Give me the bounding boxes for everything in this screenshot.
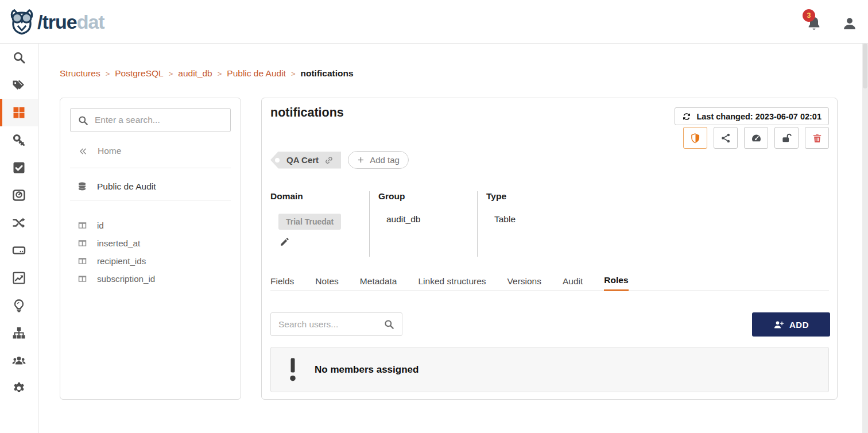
empty-members-alert: No members assigned	[270, 347, 829, 392]
nav-back-home[interactable]: Home	[78, 144, 121, 158]
search-icon	[383, 319, 394, 330]
profile-button[interactable]	[744, 127, 768, 149]
field-list-item[interactable]: recipient_ids	[78, 252, 235, 270]
last-changed-label: Last changed: 2023-06-07 02:01	[696, 112, 822, 121]
breadcrumb-link-schema[interactable]: Public de Audit	[227, 68, 286, 79]
field-list-item[interactable]: subscription_id	[78, 270, 235, 288]
group-value: audit_db	[386, 214, 420, 225]
tab-notes[interactable]: Notes	[315, 271, 339, 291]
shield-icon	[690, 133, 701, 144]
sidebar-item-shuffle[interactable]	[0, 209, 38, 237]
tag-row: QA Cert Add tag	[270, 151, 409, 169]
divider	[70, 168, 231, 168]
breadcrumb-separator: >	[291, 69, 296, 78]
field-label: inserted_at	[97, 238, 140, 248]
sidebar-item-charts[interactable]	[0, 264, 38, 292]
table-columns-icon	[78, 256, 87, 266]
tab-roles[interactable]: Roles	[604, 271, 628, 291]
tab-audit[interactable]: Audit	[563, 271, 583, 291]
scrollbar-thumb[interactable]	[863, 44, 867, 88]
group-label: Group	[378, 191, 420, 202]
page-scrollbar[interactable]	[862, 44, 868, 433]
breadcrumb-separator: >	[169, 69, 173, 78]
sidebar-item-structures[interactable]	[0, 99, 38, 126]
sidebar-item-tags[interactable]	[0, 71, 38, 99]
check-square-icon	[12, 161, 26, 175]
table-columns-icon	[78, 221, 87, 230]
breadcrumb-separator: >	[106, 69, 110, 78]
tab-metadata[interactable]: Metadata	[360, 271, 397, 291]
user-icon	[842, 16, 858, 32]
breadcrumb-link-system[interactable]: PostgreSQL	[115, 68, 163, 79]
tab-fields[interactable]: Fields	[270, 271, 294, 291]
structure-detail-panel: notifications Last changed: 2023-06-07 0…	[261, 98, 838, 400]
breadcrumb: Structures > PostgreSQL > audit_db > Pub…	[60, 68, 354, 79]
search-icon	[78, 115, 88, 126]
unlock-button[interactable]	[774, 127, 799, 149]
sidebar-item-scale[interactable]	[0, 181, 38, 209]
field-label: recipient_ids	[97, 256, 146, 266]
share-button[interactable]	[714, 127, 738, 149]
breadcrumb-separator: >	[218, 69, 222, 78]
edit-domain-button[interactable]	[280, 237, 290, 247]
applied-tag[interactable]: QA Cert	[270, 152, 341, 169]
protect-button[interactable]	[683, 127, 707, 149]
users-icon	[12, 354, 26, 368]
sidebar-item-settings[interactable]	[0, 374, 38, 402]
last-changed-button[interactable]: Last changed: 2023-06-07 02:01	[675, 107, 829, 125]
sidebar-item-hierarchy[interactable]	[0, 319, 38, 347]
add-tag-label: Add tag	[370, 155, 400, 165]
speedometer-icon	[751, 133, 762, 144]
field-list-item[interactable]: id	[78, 216, 235, 234]
tab-versions[interactable]: Versions	[507, 271, 541, 291]
shuffle-icon	[12, 216, 26, 230]
sidebar-item-storage[interactable]	[0, 237, 38, 264]
app-header: /truedat 3	[0, 0, 868, 44]
gear-icon	[12, 381, 26, 395]
delete-button[interactable]	[805, 127, 829, 149]
domain-chip: Trial Truedat	[278, 214, 341, 230]
sidebar-item-search[interactable]	[0, 44, 38, 71]
add-tag-button[interactable]: Add tag	[348, 151, 409, 169]
parent-structure-item[interactable]: Public de Audit	[77, 181, 156, 192]
table-columns-icon	[78, 274, 87, 284]
user-plus-icon	[773, 319, 784, 330]
hard-drive-icon	[12, 243, 26, 257]
brand-logo[interactable]: /truedat	[8, 9, 104, 35]
type-value: Table	[494, 214, 516, 225]
group-section: Group audit_db	[378, 191, 420, 225]
tab-linked-structures[interactable]: Linked structures	[418, 271, 486, 291]
nav-back-home-label: Home	[98, 146, 121, 156]
action-toolbar	[683, 127, 829, 149]
sidebar-item-users[interactable]	[0, 347, 38, 374]
page-title: notifications	[270, 106, 344, 120]
field-list-item[interactable]: inserted_at	[78, 234, 235, 252]
table-columns-icon	[78, 238, 87, 248]
structure-search-input[interactable]	[95, 115, 223, 125]
divider	[70, 200, 231, 200]
sidebar-item-checklist[interactable]	[0, 154, 38, 181]
user-search-box	[270, 312, 402, 336]
divider	[477, 191, 478, 257]
applied-tag-label: QA Cert	[286, 155, 319, 165]
user-menu-button[interactable]	[842, 16, 858, 32]
link-icon	[324, 156, 334, 165]
user-search-input[interactable]	[278, 319, 379, 330]
breadcrumb-link-structures[interactable]: Structures	[60, 68, 100, 79]
database-icon	[77, 181, 87, 192]
notification-badge: 3	[803, 9, 815, 22]
brand-text-dark: /true	[37, 11, 77, 33]
trash-icon	[812, 133, 823, 144]
add-member-button[interactable]: ADD	[752, 312, 830, 337]
parent-structure-label: Public de Audit	[97, 181, 156, 192]
breadcrumb-current: notifications	[300, 68, 353, 79]
sidebar-item-key[interactable]	[0, 126, 38, 154]
sitemap-icon	[12, 326, 26, 340]
brand-text: /truedat	[37, 9, 104, 35]
field-list: id inserted_at recipient_ids subscriptio…	[78, 216, 235, 288]
sidebar-item-insights[interactable]	[0, 292, 38, 319]
structure-search-box	[70, 108, 231, 132]
breadcrumb-link-database[interactable]: audit_db	[178, 68, 212, 79]
refresh-icon	[682, 112, 691, 121]
brand-text-light: dat	[77, 11, 104, 33]
